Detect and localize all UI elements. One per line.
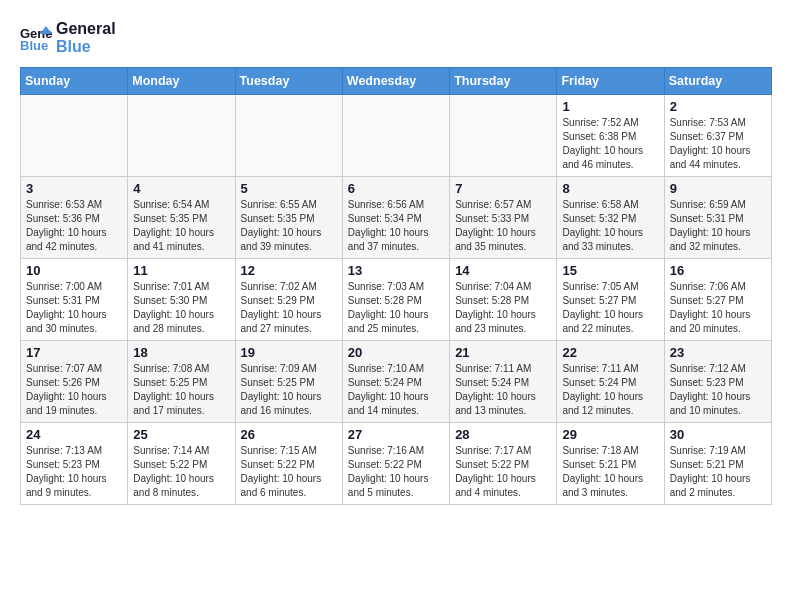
day-number: 29 (562, 427, 658, 442)
day-info: Sunrise: 7:53 AM Sunset: 6:37 PM Dayligh… (670, 116, 766, 172)
day-info: Sunrise: 7:12 AM Sunset: 5:23 PM Dayligh… (670, 362, 766, 418)
day-info: Sunrise: 7:16 AM Sunset: 5:22 PM Dayligh… (348, 444, 444, 500)
day-info: Sunrise: 6:56 AM Sunset: 5:34 PM Dayligh… (348, 198, 444, 254)
day-info: Sunrise: 7:11 AM Sunset: 5:24 PM Dayligh… (455, 362, 551, 418)
day-cell: 15Sunrise: 7:05 AM Sunset: 5:27 PM Dayli… (557, 258, 664, 340)
logo-icon: General Blue (20, 24, 52, 52)
day-cell: 14Sunrise: 7:04 AM Sunset: 5:28 PM Dayli… (450, 258, 557, 340)
day-number: 20 (348, 345, 444, 360)
day-info: Sunrise: 7:13 AM Sunset: 5:23 PM Dayligh… (26, 444, 122, 500)
day-info: Sunrise: 7:18 AM Sunset: 5:21 PM Dayligh… (562, 444, 658, 500)
day-info: Sunrise: 7:07 AM Sunset: 5:26 PM Dayligh… (26, 362, 122, 418)
day-info: Sunrise: 7:15 AM Sunset: 5:22 PM Dayligh… (241, 444, 337, 500)
day-cell: 11Sunrise: 7:01 AM Sunset: 5:30 PM Dayli… (128, 258, 235, 340)
day-cell (450, 94, 557, 176)
weekday-header-monday: Monday (128, 67, 235, 94)
day-number: 28 (455, 427, 551, 442)
day-cell: 16Sunrise: 7:06 AM Sunset: 5:27 PM Dayli… (664, 258, 771, 340)
day-cell: 30Sunrise: 7:19 AM Sunset: 5:21 PM Dayli… (664, 422, 771, 504)
day-number: 14 (455, 263, 551, 278)
weekday-header-row: SundayMondayTuesdayWednesdayThursdayFrid… (21, 67, 772, 94)
svg-text:Blue: Blue (20, 38, 48, 52)
day-cell: 5Sunrise: 6:55 AM Sunset: 5:35 PM Daylig… (235, 176, 342, 258)
calendar-page: General Blue General Blue SundayMondayTu… (0, 0, 792, 525)
day-info: Sunrise: 7:03 AM Sunset: 5:28 PM Dayligh… (348, 280, 444, 336)
day-info: Sunrise: 7:01 AM Sunset: 5:30 PM Dayligh… (133, 280, 229, 336)
day-cell: 28Sunrise: 7:17 AM Sunset: 5:22 PM Dayli… (450, 422, 557, 504)
logo: General Blue General Blue (20, 20, 116, 57)
day-info: Sunrise: 7:52 AM Sunset: 6:38 PM Dayligh… (562, 116, 658, 172)
week-row-1: 1Sunrise: 7:52 AM Sunset: 6:38 PM Daylig… (21, 94, 772, 176)
weekday-header-friday: Friday (557, 67, 664, 94)
day-number: 19 (241, 345, 337, 360)
day-info: Sunrise: 7:17 AM Sunset: 5:22 PM Dayligh… (455, 444, 551, 500)
day-number: 5 (241, 181, 337, 196)
day-cell: 7Sunrise: 6:57 AM Sunset: 5:33 PM Daylig… (450, 176, 557, 258)
day-cell: 4Sunrise: 6:54 AM Sunset: 5:35 PM Daylig… (128, 176, 235, 258)
calendar-table: SundayMondayTuesdayWednesdayThursdayFrid… (20, 67, 772, 505)
weekday-header-wednesday: Wednesday (342, 67, 449, 94)
day-cell: 23Sunrise: 7:12 AM Sunset: 5:23 PM Dayli… (664, 340, 771, 422)
day-number: 9 (670, 181, 766, 196)
weekday-header-thursday: Thursday (450, 67, 557, 94)
day-number: 25 (133, 427, 229, 442)
day-number: 30 (670, 427, 766, 442)
day-info: Sunrise: 7:04 AM Sunset: 5:28 PM Dayligh… (455, 280, 551, 336)
day-number: 4 (133, 181, 229, 196)
day-info: Sunrise: 7:05 AM Sunset: 5:27 PM Dayligh… (562, 280, 658, 336)
day-number: 16 (670, 263, 766, 278)
weekday-header-tuesday: Tuesday (235, 67, 342, 94)
day-number: 7 (455, 181, 551, 196)
day-cell: 19Sunrise: 7:09 AM Sunset: 5:25 PM Dayli… (235, 340, 342, 422)
day-info: Sunrise: 7:08 AM Sunset: 5:25 PM Dayligh… (133, 362, 229, 418)
day-cell: 9Sunrise: 6:59 AM Sunset: 5:31 PM Daylig… (664, 176, 771, 258)
weekday-header-sunday: Sunday (21, 67, 128, 94)
day-cell (235, 94, 342, 176)
day-cell: 20Sunrise: 7:10 AM Sunset: 5:24 PM Dayli… (342, 340, 449, 422)
week-row-2: 3Sunrise: 6:53 AM Sunset: 5:36 PM Daylig… (21, 176, 772, 258)
day-number: 13 (348, 263, 444, 278)
day-cell: 18Sunrise: 7:08 AM Sunset: 5:25 PM Dayli… (128, 340, 235, 422)
day-number: 3 (26, 181, 122, 196)
day-number: 15 (562, 263, 658, 278)
day-info: Sunrise: 7:00 AM Sunset: 5:31 PM Dayligh… (26, 280, 122, 336)
day-number: 6 (348, 181, 444, 196)
day-info: Sunrise: 6:59 AM Sunset: 5:31 PM Dayligh… (670, 198, 766, 254)
day-info: Sunrise: 7:14 AM Sunset: 5:22 PM Dayligh… (133, 444, 229, 500)
day-cell: 26Sunrise: 7:15 AM Sunset: 5:22 PM Dayli… (235, 422, 342, 504)
day-info: Sunrise: 6:58 AM Sunset: 5:32 PM Dayligh… (562, 198, 658, 254)
week-row-4: 17Sunrise: 7:07 AM Sunset: 5:26 PM Dayli… (21, 340, 772, 422)
day-number: 2 (670, 99, 766, 114)
day-cell: 27Sunrise: 7:16 AM Sunset: 5:22 PM Dayli… (342, 422, 449, 504)
day-info: Sunrise: 7:11 AM Sunset: 5:24 PM Dayligh… (562, 362, 658, 418)
day-number: 18 (133, 345, 229, 360)
day-info: Sunrise: 6:57 AM Sunset: 5:33 PM Dayligh… (455, 198, 551, 254)
day-number: 27 (348, 427, 444, 442)
day-cell (128, 94, 235, 176)
day-number: 11 (133, 263, 229, 278)
day-number: 26 (241, 427, 337, 442)
header: General Blue General Blue (20, 16, 772, 57)
day-cell (21, 94, 128, 176)
day-number: 8 (562, 181, 658, 196)
day-info: Sunrise: 6:54 AM Sunset: 5:35 PM Dayligh… (133, 198, 229, 254)
day-info: Sunrise: 7:09 AM Sunset: 5:25 PM Dayligh… (241, 362, 337, 418)
day-info: Sunrise: 7:02 AM Sunset: 5:29 PM Dayligh… (241, 280, 337, 336)
day-number: 22 (562, 345, 658, 360)
day-info: Sunrise: 7:19 AM Sunset: 5:21 PM Dayligh… (670, 444, 766, 500)
day-info: Sunrise: 6:53 AM Sunset: 5:36 PM Dayligh… (26, 198, 122, 254)
day-number: 21 (455, 345, 551, 360)
day-cell: 29Sunrise: 7:18 AM Sunset: 5:21 PM Dayli… (557, 422, 664, 504)
logo-line2: Blue (56, 38, 116, 56)
day-cell: 3Sunrise: 6:53 AM Sunset: 5:36 PM Daylig… (21, 176, 128, 258)
day-cell: 22Sunrise: 7:11 AM Sunset: 5:24 PM Dayli… (557, 340, 664, 422)
day-cell: 10Sunrise: 7:00 AM Sunset: 5:31 PM Dayli… (21, 258, 128, 340)
day-cell: 13Sunrise: 7:03 AM Sunset: 5:28 PM Dayli… (342, 258, 449, 340)
day-info: Sunrise: 7:10 AM Sunset: 5:24 PM Dayligh… (348, 362, 444, 418)
day-info: Sunrise: 6:55 AM Sunset: 5:35 PM Dayligh… (241, 198, 337, 254)
day-cell: 1Sunrise: 7:52 AM Sunset: 6:38 PM Daylig… (557, 94, 664, 176)
day-number: 1 (562, 99, 658, 114)
day-cell: 21Sunrise: 7:11 AM Sunset: 5:24 PM Dayli… (450, 340, 557, 422)
day-number: 10 (26, 263, 122, 278)
day-number: 17 (26, 345, 122, 360)
